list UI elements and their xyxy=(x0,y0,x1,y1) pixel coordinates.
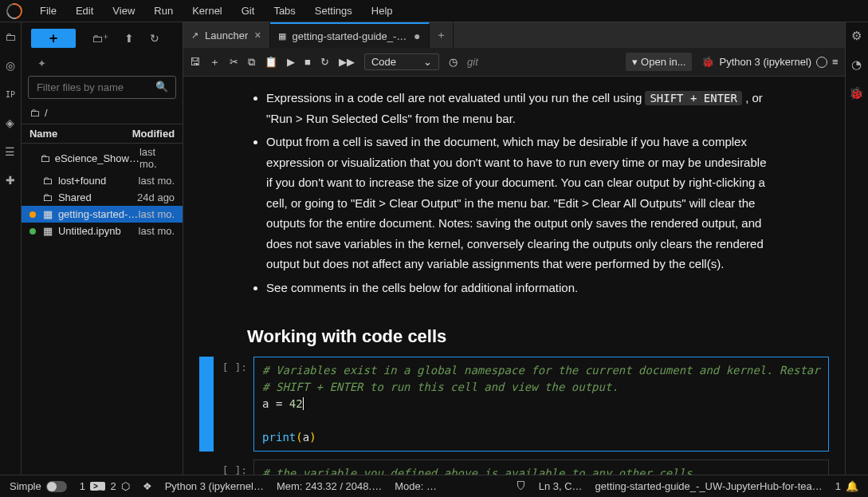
settings-icon[interactable]: ⚙ xyxy=(851,29,862,43)
simple-toggle[interactable]: Simple xyxy=(10,480,67,492)
menu-kernel[interactable]: Kernel xyxy=(184,2,230,20)
save-icon[interactable]: 🖫 xyxy=(190,56,200,68)
new-launcher-button[interactable]: + xyxy=(31,29,76,48)
paste-icon[interactable]: 📋 xyxy=(265,56,277,68)
menu-help[interactable]: Help xyxy=(363,2,401,20)
fb-header: Name Modified xyxy=(22,124,183,144)
status-memory: Mem: 243.32 / 2048.… xyxy=(277,480,382,492)
fb-toolbar: + 🗀⁺ ⬆ ↻ xyxy=(22,22,183,54)
file-list: 🗀eScience_Show…last mo.🗀lost+foundlast m… xyxy=(22,144,183,475)
tab-bar: ↗Launcher×▦getting-started-guide_-_U…●＋ xyxy=(183,22,845,48)
search-icon: 🔍 xyxy=(155,81,168,93)
nb-icon: ▦ xyxy=(42,225,53,237)
refresh-icon[interactable]: ↻ xyxy=(150,32,159,45)
md-li: See comments in the cells below for addi… xyxy=(266,278,773,298)
run-icon[interactable]: ▶ xyxy=(287,56,295,68)
status-bar: Simple 1>_2⬡ ❖ Python 3 (ipykernel… Mem:… xyxy=(0,475,868,497)
left-rail: 🗀 ◎ IP ◈ ☰ ✚ xyxy=(0,22,22,475)
clock-icon[interactable]: ◷ xyxy=(449,56,458,68)
md-li: Output from a cell is saved in the docum… xyxy=(266,132,773,274)
add-cell-icon[interactable]: ＋ xyxy=(210,55,220,69)
file-row[interactable]: 🗀Shared24d ago xyxy=(22,189,183,206)
menu-git[interactable]: Git xyxy=(234,2,263,20)
cell-gutter xyxy=(199,460,214,475)
folder-icon: 🗀 xyxy=(42,175,53,187)
menu-file[interactable]: File xyxy=(32,2,65,20)
celltype-select[interactable]: Code⌄ xyxy=(364,53,439,70)
heading-cut: Working in cells xyxy=(247,77,773,78)
file-row[interactable]: 🗀eScience_Show…last mo. xyxy=(22,144,183,172)
status-trust-icon[interactable]: ⛉ xyxy=(516,480,526,492)
restart-icon[interactable]: ↻ xyxy=(320,56,329,68)
file-row[interactable]: 🗀lost+foundlast mo. xyxy=(22,172,183,189)
kernel-menu-icon: ≡ xyxy=(832,56,839,68)
status-notifications[interactable]: 1 🔔 xyxy=(835,480,858,492)
git-pull-icon[interactable]: ✦ xyxy=(22,54,183,73)
tab-icon: ▦ xyxy=(278,31,286,41)
list-icon[interactable]: ☰ xyxy=(2,144,18,160)
stop-icon[interactable]: ■ xyxy=(304,56,311,68)
code-cell[interactable]: [ ]: # the variable you defined above is… xyxy=(199,460,829,475)
heading: Working with code cells xyxy=(247,326,773,347)
ip-icon[interactable]: IP xyxy=(2,86,18,102)
work-area: ↗Launcher×▦getting-started-guide_-_U…●＋ … xyxy=(183,22,845,475)
status-mode: Mode: … xyxy=(395,480,437,492)
new-folder-icon[interactable]: 🗀⁺ xyxy=(92,32,108,45)
code-cell[interactable]: [ ]: # Variables exist in a global names… xyxy=(199,357,829,452)
file-browser: + 🗀⁺ ⬆ ↻ ✦ 🔍 🗀 / Name Modified 🗀eScience… xyxy=(22,22,183,475)
menu-tabs[interactable]: Tabs xyxy=(265,2,303,20)
tab-icon: ↗ xyxy=(191,30,198,41)
notebook-toolbar: 🖫 ＋ ✂ ⧉ 📋 ▶ ■ ↻ ▶▶ Code⌄ ◷ git ▾Open in.… xyxy=(183,48,845,77)
cell-gutter xyxy=(199,357,214,452)
status-file: getting-started-guide_-_UW-JupyterHub-fo… xyxy=(595,480,823,492)
git-icon[interactable]: ◈ xyxy=(2,115,18,131)
folder-icon: 🗀 xyxy=(29,107,40,119)
target-icon[interactable]: ◎ xyxy=(2,57,18,73)
menu-edit[interactable]: Edit xyxy=(68,2,101,20)
chevron-down-icon: ⌄ xyxy=(423,56,432,68)
tab[interactable]: ▦getting-started-guide_-_U…● xyxy=(270,22,430,48)
cut-icon[interactable]: ✂ xyxy=(230,56,238,68)
markdown-cell: Working in cells Expressions in a code c… xyxy=(199,77,773,347)
upload-icon[interactable]: ⬆ xyxy=(124,32,134,45)
folder-icon: 🗀 xyxy=(40,152,50,164)
status-kernel[interactable]: Python 3 (ipykernel… xyxy=(165,480,264,492)
nb-icon: ▦ xyxy=(42,208,53,220)
kernel-status-icon xyxy=(816,57,827,68)
copy-icon[interactable]: ⧉ xyxy=(248,56,255,69)
menu-run[interactable]: Run xyxy=(146,2,181,20)
code-editor[interactable]: # the variable you defined above is avai… xyxy=(253,460,829,475)
status-terminals[interactable]: 1>_2⬡ xyxy=(80,480,130,492)
file-row[interactable]: ▦getting-started-…last mo. xyxy=(22,206,183,223)
add-tab-button[interactable]: ＋ xyxy=(430,22,454,48)
filter-input[interactable] xyxy=(28,76,176,99)
menubar: File Edit View Run Kernel Git Tabs Setti… xyxy=(0,0,868,22)
open-in-button[interactable]: ▾Open in... xyxy=(626,53,692,71)
jupyter-logo-icon xyxy=(3,0,25,22)
file-row[interactable]: ▦Untitled.ipynblast mo. xyxy=(22,223,183,239)
cell-prompt: [ ]: xyxy=(214,460,253,475)
gauge-icon[interactable]: ◔ xyxy=(851,57,862,72)
code-editor[interactable]: # Variables exist in a global namespace … xyxy=(253,357,829,452)
run-all-icon[interactable]: ▶▶ xyxy=(339,56,355,68)
menu-settings[interactable]: Settings xyxy=(307,2,360,20)
kernel-selector[interactable]: 🐞 Python 3 (ipykernel) ≡ xyxy=(701,56,838,68)
close-icon[interactable]: ● xyxy=(414,30,420,42)
git-text-icon[interactable]: git xyxy=(467,56,478,68)
debugger-icon[interactable]: 🐞 xyxy=(849,86,864,101)
col-modified[interactable]: Modified xyxy=(132,128,175,140)
close-icon[interactable]: × xyxy=(254,29,261,41)
status-ln[interactable]: Ln 3, C… xyxy=(539,480,583,492)
col-name[interactable]: Name xyxy=(29,128,57,140)
menu-view[interactable]: View xyxy=(104,2,143,20)
bug-icon: 🐞 xyxy=(701,56,714,68)
file-filter: 🔍 xyxy=(28,76,176,99)
right-rail: ⚙ ◔ 🐞 xyxy=(845,22,868,475)
status-git[interactable]: ❖ xyxy=(143,480,152,492)
folder-icon[interactable]: 🗀 xyxy=(2,29,18,45)
md-li: Expressions in a code cell are not evalu… xyxy=(266,88,773,128)
notebook-content[interactable]: Working in cells Expressions in a code c… xyxy=(183,77,845,475)
tab[interactable]: ↗Launcher× xyxy=(183,22,269,48)
extension-icon[interactable]: ✚ xyxy=(2,172,18,188)
breadcrumb[interactable]: 🗀 / xyxy=(22,102,183,124)
